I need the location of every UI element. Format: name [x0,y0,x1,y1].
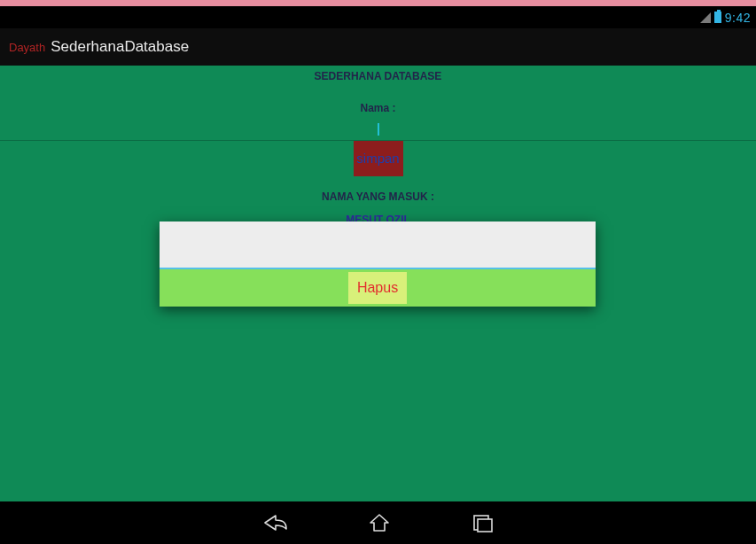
name-input[interactable] [0,116,756,141]
battery-icon [714,12,721,23]
list-heading: NAMA YANG MASUK : [0,190,756,203]
brand-label: Dayath [9,41,45,54]
delete-dialog: Hapus [160,221,596,307]
status-bar: 9:42 [0,6,756,28]
dialog-header [160,221,596,268]
back-button[interactable] [263,512,288,533]
home-button[interactable] [368,512,391,533]
dialog-body: Hapus [160,269,596,307]
recents-button[interactable] [471,512,494,533]
save-button[interactable]: simpan [354,141,403,176]
navigation-bar [0,501,756,544]
page-heading: SEDERHANA DATABASE [0,66,756,82]
notification-strip [0,0,756,6]
name-label: Nama : [0,102,756,114]
app-title: SederhanaDatabase [51,38,189,56]
content-area: SEDERHANA DATABASE Nama : simpan NAMA YA… [0,66,756,501]
svg-rect-1 [478,519,492,532]
delete-button[interactable]: Hapus [348,272,407,304]
action-bar: Dayath SederhanaDatabase [0,28,756,66]
signal-icon [700,12,711,23]
status-clock: 9:42 [725,11,751,25]
